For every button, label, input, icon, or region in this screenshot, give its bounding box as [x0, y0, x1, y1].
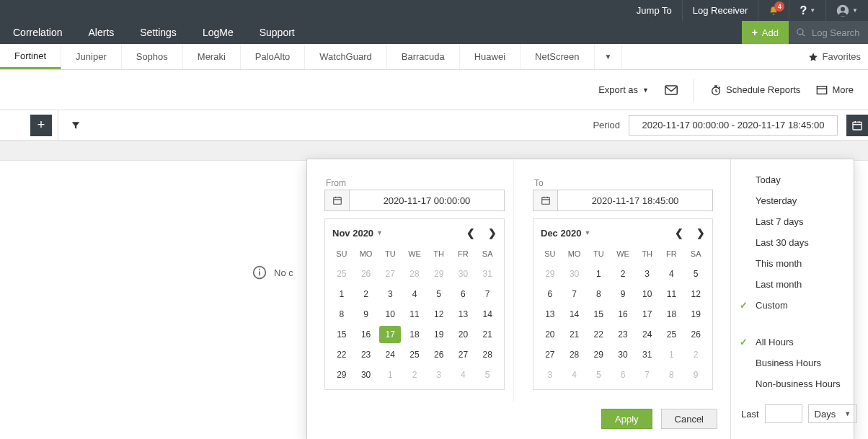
calendar-day[interactable]: 1: [379, 366, 401, 383]
add-widget-button[interactable]: +: [30, 115, 52, 136]
calendar-day[interactable]: 17: [379, 326, 401, 343]
cal-month-selector[interactable]: Nov 2020▼: [332, 228, 383, 239]
calendar-day[interactable]: 5: [685, 265, 707, 283]
calendar-day[interactable]: 23: [612, 326, 634, 343]
export-button[interactable]: Export as▼: [598, 84, 649, 95]
calendar-day[interactable]: 13: [539, 306, 561, 323]
calendar-day[interactable]: 8: [660, 366, 682, 383]
last-unit-select[interactable]: Days ▼: [808, 404, 858, 423]
calendar-day[interactable]: 1: [588, 265, 609, 283]
tab-watchguard[interactable]: WatchGuard: [305, 44, 387, 69]
calendar-day[interactable]: 9: [355, 306, 377, 323]
from-datetime-input[interactable]: 2020-11-17 00:00:00: [324, 190, 505, 211]
cancel-button[interactable]: Cancel: [661, 409, 717, 429]
hours-business-hours[interactable]: Business Hours: [731, 352, 868, 373]
tab-juniper[interactable]: Juniper: [61, 44, 122, 69]
help-button[interactable]: ?▼: [789, 0, 825, 21]
preset-last-7-days[interactable]: Last 7 days: [731, 211, 868, 232]
calendar-day[interactable]: 4: [452, 366, 474, 383]
calendar-day[interactable]: 20: [452, 326, 474, 343]
nav-item-logme[interactable]: LogMe: [190, 21, 247, 44]
calendar-day[interactable]: 2: [404, 366, 425, 383]
period-display[interactable]: 2020-11-17 00:00:00 - 2020-11-17 18:45:0…: [629, 115, 838, 136]
calendar-day[interactable]: 9: [685, 366, 707, 383]
calendar-day[interactable]: 15: [588, 306, 609, 323]
user-menu-button[interactable]: ▼: [825, 0, 868, 21]
calendar-day[interactable]: 2: [355, 285, 377, 303]
calendar-day[interactable]: 4: [564, 366, 585, 383]
preset-last-month[interactable]: Last month: [731, 274, 868, 295]
calendar-day[interactable]: 27: [379, 265, 401, 283]
calendar-day[interactable]: 23: [355, 346, 377, 363]
calendar-day[interactable]: 7: [477, 285, 498, 303]
calendar-day[interactable]: 29: [428, 265, 450, 283]
calendar-day[interactable]: 7: [637, 366, 658, 383]
tab-barracuda[interactable]: Barracuda: [387, 44, 460, 69]
calendar-day[interactable]: 16: [355, 326, 377, 343]
tab-paloalto[interactable]: PaloAlto: [241, 44, 305, 69]
preset-custom[interactable]: Custom: [731, 295, 868, 316]
calendar-day[interactable]: 26: [355, 265, 377, 283]
calendar-day[interactable]: 12: [685, 285, 707, 303]
calendar-day[interactable]: 22: [588, 326, 609, 343]
notifications-button[interactable]: 4: [758, 0, 789, 21]
calendar-day[interactable]: 14: [477, 306, 498, 323]
calendar-day[interactable]: 13: [452, 306, 474, 323]
calendar-day[interactable]: 19: [685, 306, 707, 323]
calendar-day[interactable]: 10: [379, 306, 401, 323]
calendar-day[interactable]: 28: [564, 346, 585, 363]
schedule-reports-button[interactable]: Schedule Reports: [710, 84, 800, 96]
calendar-day[interactable]: 28: [404, 265, 425, 283]
calendar-day[interactable]: 8: [331, 306, 353, 323]
tab-sophos[interactable]: Sophos: [122, 44, 183, 69]
cal-month-selector[interactable]: Dec 2020▼: [541, 228, 590, 239]
calendar-day[interactable]: 25: [331, 265, 353, 283]
preset-today[interactable]: Today: [731, 169, 868, 190]
calendar-day[interactable]: 10: [637, 285, 658, 303]
nav-item-correlation[interactable]: Correlation: [0, 21, 75, 44]
calendar-day[interactable]: 7: [564, 285, 585, 303]
calendar-day[interactable]: 29: [539, 265, 561, 283]
calendar-day[interactable]: 12: [428, 306, 450, 323]
calendar-day[interactable]: 31: [637, 346, 658, 363]
cal-next-button[interactable]: ❯: [696, 227, 705, 239]
log-search-input[interactable]: Log Search: [789, 21, 868, 44]
mail-button[interactable]: [665, 85, 678, 95]
favorites-button[interactable]: Favorites: [801, 44, 868, 69]
calendar-day[interactable]: 5: [588, 366, 609, 383]
calendar-day[interactable]: 29: [331, 366, 353, 383]
calendar-day[interactable]: 30: [452, 265, 474, 283]
calendar-day[interactable]: 1: [660, 346, 682, 363]
add-button[interactable]: +Add: [742, 21, 789, 44]
calendar-day[interactable]: 24: [379, 346, 401, 363]
calendar-day[interactable]: 19: [428, 326, 450, 343]
cal-prev-button[interactable]: ❮: [675, 227, 683, 239]
last-value-input[interactable]: [765, 404, 802, 423]
calendar-day[interactable]: 29: [588, 346, 609, 363]
calendar-day[interactable]: 5: [428, 285, 450, 303]
calendar-day[interactable]: 4: [660, 265, 682, 283]
calendar-day[interactable]: 3: [428, 366, 450, 383]
tab-meraki[interactable]: Meraki: [183, 44, 241, 69]
calendar-day[interactable]: 18: [660, 306, 682, 323]
calendar-day[interactable]: 6: [452, 285, 474, 303]
calendar-day[interactable]: 3: [637, 265, 658, 283]
calendar-day[interactable]: 15: [331, 326, 353, 343]
hours-all-hours[interactable]: All Hours: [731, 332, 868, 352]
preset-last-30-days[interactable]: Last 30 days: [731, 232, 868, 253]
nav-item-settings[interactable]: Settings: [127, 21, 190, 44]
calendar-day[interactable]: 30: [355, 366, 377, 383]
calendar-day[interactable]: 4: [404, 285, 425, 303]
calendar-day[interactable]: 17: [637, 306, 658, 323]
calendar-day[interactable]: 27: [452, 346, 474, 363]
apply-button[interactable]: Apply: [601, 409, 652, 429]
calendar-day[interactable]: 1: [331, 285, 353, 303]
log-receiver-link[interactable]: Log Receiver: [682, 0, 758, 21]
calendar-day[interactable]: 26: [685, 326, 707, 343]
calendar-day[interactable]: 11: [660, 285, 682, 303]
calendar-day[interactable]: 24: [637, 326, 658, 343]
tab-huawei[interactable]: Huawei: [460, 44, 521, 69]
tab-fortinet[interactable]: Fortinet: [0, 44, 61, 69]
calendar-day[interactable]: 28: [477, 346, 498, 363]
tabs-overflow-button[interactable]: ▼: [595, 44, 623, 69]
